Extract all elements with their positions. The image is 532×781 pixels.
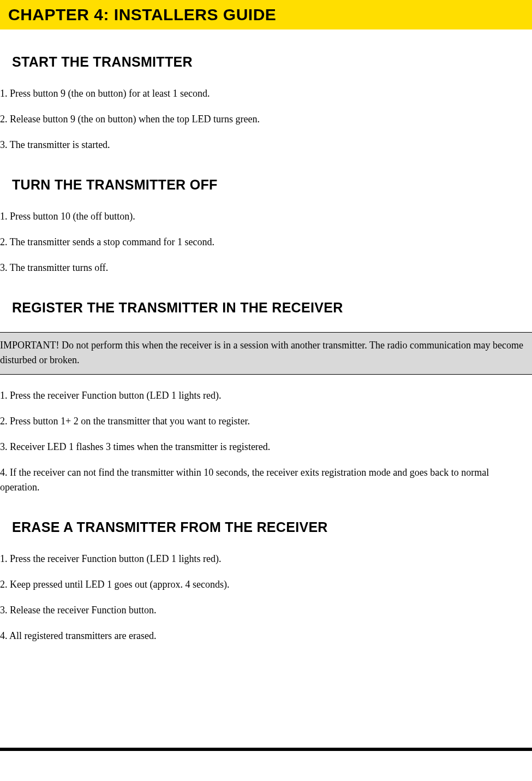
important-notice: IMPORTANT! Do not perform this when the … [0,332,532,375]
step-text: 4. If the receiver can not find the tran… [0,465,532,495]
section-heading-turn-off: TURN THE TRANSMITTER OFF [0,177,532,193]
step-text: 1. Press the receiver Function button (L… [0,388,532,403]
step-text: 4. All registered transmitters are erase… [0,629,532,643]
step-text: 3. Release the receiver Function button. [0,603,532,618]
step-text: 3. Receiver LED 1 flashes 3 times when t… [0,440,532,454]
footer-divider [0,748,532,751]
step-text: 2. Release button 9 (the on button) when… [0,112,532,127]
step-text: 1. Press button 9 (the on button) for at… [0,86,532,101]
step-text: 1. Press button 10 (the off button). [0,209,532,224]
step-text: 3. The transmitter is started. [0,138,532,152]
step-text: 2. The transmitter sends a stop command … [0,235,532,250]
section-heading-start-transmitter: START THE TRANSMITTER [0,54,532,70]
section-heading-erase: ERASE A TRANSMITTER FROM THE RECEIVER [0,519,532,535]
step-text: 3. The transmitter turns off. [0,261,532,275]
step-text: 1. Press the receiver Function button (L… [0,552,532,566]
step-text: 2. Keep pressed until LED 1 goes out (ap… [0,577,532,592]
section-heading-register: REGISTER THE TRANSMITTER IN THE RECEIVER [0,300,532,316]
step-text: 2. Press button 1+ 2 on the transmitter … [0,414,532,429]
chapter-title: CHAPTER 4: INSTALLERS GUIDE [0,0,532,29]
